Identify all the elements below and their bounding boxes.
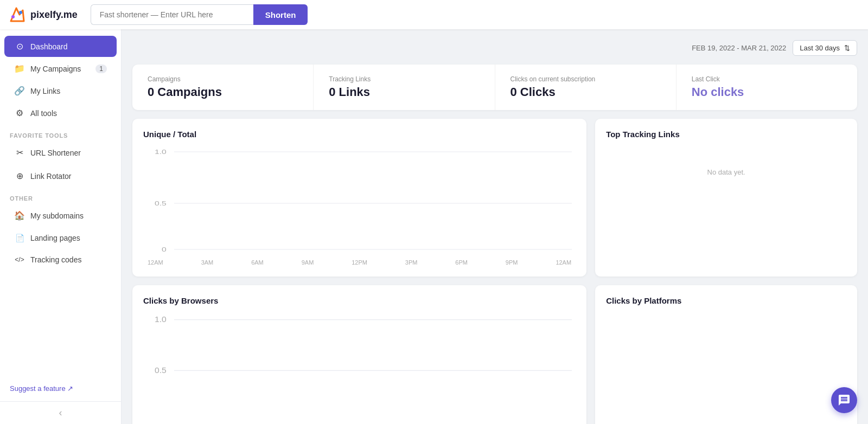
suggest-feature-link[interactable]: Suggest a feature ↗ [0, 376, 121, 401]
sidebar-item-tracking-codes[interactable]: </> Tracking codes [4, 250, 117, 269]
sidebar-item-all-tools[interactable]: ⚙ All tools [4, 102, 117, 124]
stat-last-click: Last Click No clicks [676, 65, 857, 110]
unique-total-chart-title: Unique / Total [143, 130, 576, 139]
stat-last-click-value: No clicks [692, 85, 842, 99]
sidebar-item-my-links[interactable]: 🔗 My Links [4, 80, 117, 101]
stats-row: Campaigns 0 Campaigns Tracking Links 0 L… [132, 65, 857, 110]
unique-total-chart-svg: 1.0 0.5 0 [143, 146, 576, 255]
clicks-by-browsers-title: Clicks by Browsers [143, 296, 576, 305]
topbar: pixelfy.me Shorten [0, 0, 868, 29]
subdomains-icon: 🏠 [14, 210, 25, 221]
shorten-button[interactable]: Shorten [253, 4, 308, 25]
x-label-12pm: 12PM [352, 259, 367, 266]
sidebar-item-label: My subdomains [30, 211, 84, 220]
clicks-by-platforms-title: Clicks by Platforms [606, 296, 846, 305]
stat-campaigns: Campaigns 0 Campaigns [132, 65, 314, 110]
stat-links-label: Tracking Links [329, 75, 479, 83]
svg-point-2 [19, 11, 22, 14]
sidebar-item-label: URL Shortener [30, 149, 81, 157]
y-label-05-b: 0.5 [155, 367, 167, 375]
sidebar-item-label: All tools [30, 109, 57, 118]
date-filter-row: FEB 19, 2022 - MAR 21, 2022 Last 30 days… [132, 40, 857, 56]
x-label-12am: 12AM [148, 259, 163, 266]
x-label-9pm: 9PM [506, 259, 518, 266]
x-label-9am: 9AM [302, 259, 314, 266]
stat-links-value: 0 Links [329, 85, 479, 99]
x-label-3am: 3AM [201, 259, 214, 266]
stat-clicks-label: Clicks on current subscription [510, 75, 661, 83]
stat-last-click-label: Last Click [692, 75, 842, 83]
stat-campaigns-value: 0 Campaigns [148, 85, 298, 99]
links-icon: 🔗 [14, 86, 25, 96]
top-tracking-links-no-data: No data yet. [606, 146, 846, 198]
favorite-tools-label: FAVORITE TOOLS [0, 125, 121, 141]
sidebar-item-label: Link Rotator [30, 172, 71, 181]
sidebar-item-url-shortener[interactable]: ✂ URL Shortener [4, 142, 117, 163]
x-label-3pm: 3PM [405, 259, 418, 266]
clicks-by-browsers-chart-area: 1.0 0.5 [143, 313, 576, 423]
clicks-by-browsers-svg: 1.0 0.5 [143, 313, 576, 421]
sidebar-item-label: Tracking codes [30, 255, 81, 264]
sidebar-item-dashboard[interactable]: ⊙ Dashboard [4, 36, 117, 57]
date-dropdown-value: Last 30 days [800, 44, 840, 52]
charts-bottom-row: Clicks by Browsers 1.0 0.5 Clicks by Pla… [132, 285, 857, 424]
svg-point-1 [11, 15, 15, 18]
y-label-05: 0.5 [155, 200, 167, 207]
stat-clicks-value: 0 Clicks [510, 85, 661, 99]
logo-icon [9, 6, 26, 23]
top-tracking-links-panel: Top Tracking Links No data yet. [595, 119, 857, 277]
dashboard-icon: ⊙ [14, 41, 25, 52]
chat-icon [838, 394, 851, 407]
tracking-codes-icon: </> [14, 256, 25, 264]
stat-campaigns-label: Campaigns [148, 75, 298, 83]
campaigns-badge: 1 [95, 65, 107, 73]
clicks-by-browsers-panel: Clicks by Browsers 1.0 0.5 [132, 285, 586, 424]
link-rotator-icon: ⊕ [14, 171, 25, 181]
y-label-1-b: 1.0 [155, 316, 167, 324]
chevron-left-icon: ‹ [59, 407, 62, 419]
sidebar-item-label: Landing pages [30, 234, 80, 242]
x-label-12am-end: 12AM [556, 259, 571, 266]
chevron-up-down-icon: ⇅ [844, 44, 850, 52]
main-layout: ⊙ Dashboard 📁 My Campaigns 1 🔗 My Links … [0, 29, 868, 424]
sidebar-item-my-subdomains[interactable]: 🏠 My subdomains [4, 205, 117, 226]
sidebar: ⊙ Dashboard 📁 My Campaigns 1 🔗 My Links … [0, 29, 122, 424]
top-tracking-links-title: Top Tracking Links [606, 130, 846, 139]
content-area: FEB 19, 2022 - MAR 21, 2022 Last 30 days… [122, 29, 868, 424]
unique-total-chart-panel: Unique / Total 1.0 0.5 0 12AM 3AM [132, 119, 586, 277]
sidebar-item-label: My Campaigns [30, 65, 81, 73]
sidebar-item-label: My Links [30, 87, 60, 95]
landing-pages-icon: 📄 [14, 234, 25, 242]
x-label-6am: 6AM [251, 259, 264, 266]
x-label-6pm: 6PM [455, 259, 468, 266]
logo-text: pixelfy.me [30, 9, 78, 21]
date-range-label: FEB 19, 2022 - MAR 21, 2022 [692, 44, 786, 52]
sidebar-item-my-campaigns[interactable]: 📁 My Campaigns 1 [4, 58, 117, 79]
y-label-0: 0 [162, 246, 167, 253]
clicks-by-platforms-panel: Clicks by Platforms [595, 285, 857, 424]
sidebar-item-landing-pages[interactable]: 📄 Landing pages [4, 228, 117, 248]
x-axis-labels: 12AM 3AM 6AM 9AM 12PM 3PM 6PM 9PM 12AM [143, 259, 576, 266]
url-input[interactable] [91, 4, 253, 25]
unique-total-chart-area: 1.0 0.5 0 12AM 3AM 6AM 9AM 12PM 3PM 6PM … [143, 146, 576, 266]
stat-tracking-links: Tracking Links 0 Links [314, 65, 495, 110]
campaigns-icon: 📁 [14, 63, 25, 74]
svg-marker-0 [11, 8, 24, 21]
charts-top-row: Unique / Total 1.0 0.5 0 12AM 3AM [132, 119, 857, 277]
sidebar-collapse-button[interactable]: ‹ [0, 401, 121, 424]
sidebar-item-label: Dashboard [30, 42, 68, 51]
url-input-wrap: Shorten [91, 4, 308, 25]
url-shortener-icon: ✂ [14, 147, 25, 158]
sidebar-item-link-rotator[interactable]: ⊕ Link Rotator [4, 165, 117, 187]
date-range-dropdown[interactable]: Last 30 days ⇅ [793, 40, 857, 56]
chat-bubble-button[interactable] [831, 387, 857, 413]
other-label: OTHER [0, 188, 121, 204]
logo: pixelfy.me [9, 6, 78, 23]
y-label-1: 1.0 [155, 149, 167, 155]
all-tools-icon: ⚙ [14, 108, 25, 118]
stat-clicks: Clicks on current subscription 0 Clicks [495, 65, 676, 110]
